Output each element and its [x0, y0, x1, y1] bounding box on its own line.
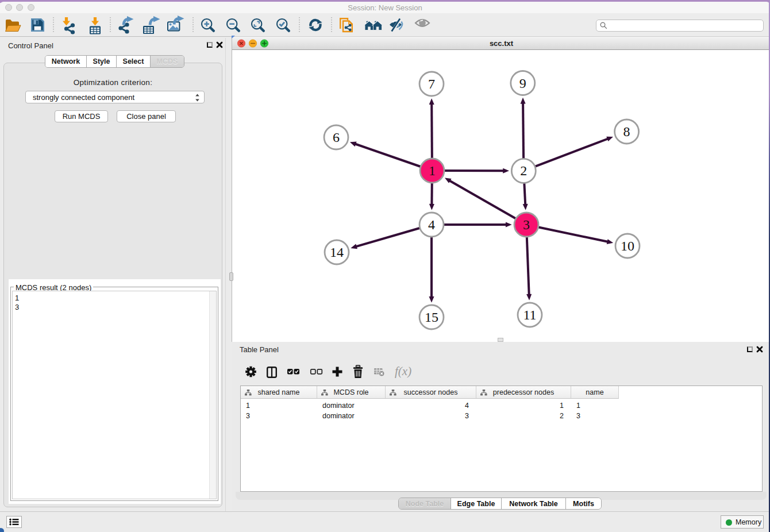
svg-text:14: 14	[330, 245, 344, 260]
svg-text:11: 11	[523, 307, 536, 322]
svg-text:6: 6	[333, 130, 340, 145]
svg-text:3: 3	[523, 217, 530, 232]
svg-text:1: 1	[429, 163, 436, 178]
svg-text:15: 15	[425, 310, 438, 325]
svg-text:10: 10	[621, 238, 634, 253]
svg-text:8: 8	[623, 124, 630, 139]
svg-text:2: 2	[520, 163, 527, 178]
svg-text:7: 7	[428, 76, 435, 91]
svg-text:9: 9	[519, 76, 526, 91]
svg-text:f(x): f(x)	[395, 364, 411, 378]
svg-text:4: 4	[428, 217, 435, 232]
